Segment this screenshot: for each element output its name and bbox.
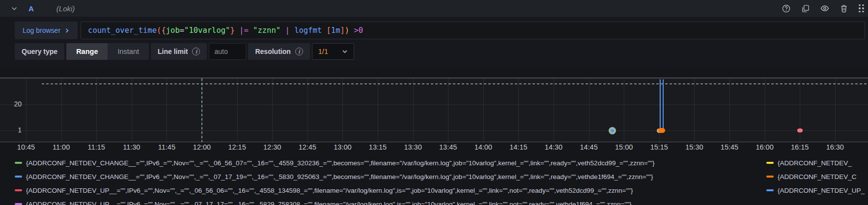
legend-item[interactable]: {ADDRCONF_NETDEV_ xyxy=(778,159,852,167)
x-tick-label: 16:30 xyxy=(819,143,851,151)
x-tick-label: 14:45 xyxy=(573,143,605,151)
query-type-toggle: Range Instant xyxy=(66,43,149,60)
gridline xyxy=(132,78,132,142)
legend-row: {ADDRCONF_NETDEV_UP__="",IPv6_="",Nov=""… xyxy=(0,197,868,205)
threshold-line xyxy=(42,83,868,84)
gridline xyxy=(835,78,836,142)
x-tick-label: 11:15 xyxy=(81,143,112,151)
resolution-select[interactable]: 1/1 xyxy=(312,43,354,60)
x-tick-label: 11:00 xyxy=(46,143,77,151)
gridline xyxy=(61,78,62,142)
series-color-marker xyxy=(15,203,22,205)
info-icon[interactable]: i xyxy=(295,48,303,55)
legend-item[interactable]: {ADDRCONF_NETDEV_CHANGE__="",IPv6_="",No… xyxy=(26,173,653,180)
query-token xyxy=(235,26,239,35)
info-icon[interactable]: i xyxy=(192,48,200,55)
gridline xyxy=(167,78,167,142)
y-tick-label: 20 xyxy=(0,100,22,108)
query-token: job xyxy=(166,26,180,35)
x-tick-label: 14:30 xyxy=(538,143,569,151)
x-tick-label: 11:45 xyxy=(151,143,182,151)
grafana-query-panel: A (Loki) Log browser xyxy=(0,0,868,205)
query-row: Log browser count_over_time({job="10varl… xyxy=(15,22,865,39)
x-tick-label: 16:00 xyxy=(749,143,781,151)
query-token: logfmt xyxy=(294,26,322,35)
legend: {ADDRCONF_NETDEV_CHANGE__="",IPv6_="",No… xyxy=(0,156,868,205)
query-token: >0 xyxy=(354,26,364,35)
x-tick-label: 14:15 xyxy=(503,143,534,151)
plot-area[interactable] xyxy=(0,78,868,142)
series-color-marker xyxy=(15,162,22,164)
query-header: A (Loki) xyxy=(0,0,868,17)
gridline xyxy=(96,78,97,142)
x-tick-label: 12:30 xyxy=(256,143,288,151)
time-series-panel: 10:4511:0011:1511:3011:4512:0012:1512:30… xyxy=(0,69,868,157)
datasource-name: (Loki) xyxy=(56,4,75,13)
copy-icon[interactable] xyxy=(801,4,810,13)
gridline xyxy=(0,130,868,131)
legend-item-right-column: {ADDRCONF_NETDEV_ xyxy=(766,156,852,170)
x-tick-label: 15:45 xyxy=(714,143,745,151)
x-tick-label: 15:15 xyxy=(644,143,675,151)
y-tick-label: 1 xyxy=(0,126,22,134)
gridline xyxy=(342,78,343,142)
log-browser-button[interactable]: Log browser xyxy=(15,22,78,39)
query-type-label: Query type xyxy=(15,43,64,60)
legend-item-right-column: {ADDRCONF_NETDEV_C xyxy=(766,170,857,183)
legend-item[interactable]: {ADDRCONF_NETDEV_UP__="",IPv6_="",Nov=""… xyxy=(26,201,632,205)
legend-item[interactable]: {ADDRCONF_NETDEV_UP_ xyxy=(778,187,865,194)
query-editor-section: Log browser count_over_time({job="10varl… xyxy=(0,17,868,69)
gridline xyxy=(308,78,308,142)
legend-row: {ADDRCONF_NETDEV_CHANGE__="",IPv6_="",No… xyxy=(0,170,868,183)
chevron-down-icon[interactable] xyxy=(11,5,18,12)
query-ref-id: A xyxy=(28,4,34,13)
query-token: } xyxy=(230,26,234,35)
data-point xyxy=(658,128,665,133)
eye-icon[interactable] xyxy=(820,4,829,13)
query-token: | xyxy=(285,26,289,35)
gridline xyxy=(729,78,730,142)
x-tick-label: 13:00 xyxy=(327,143,358,151)
trash-icon[interactable] xyxy=(840,4,848,13)
legend-item[interactable]: {ADDRCONF_NETDEV_UP__="",IPv6_="",Nov=""… xyxy=(26,187,633,194)
logql-query-input[interactable]: count_over_time({job="10varlog"} |= "zzn… xyxy=(81,22,865,39)
range-toggle-option[interactable]: Range xyxy=(66,43,108,60)
gridline xyxy=(624,78,624,142)
query-token: ) xyxy=(345,26,349,35)
help-icon[interactable] xyxy=(782,4,790,13)
series-color-marker xyxy=(766,162,774,164)
resolution-value: 1/1 xyxy=(318,48,328,55)
gridline xyxy=(378,78,378,142)
query-token: "zznn" xyxy=(253,26,280,35)
x-tick-label: 13:45 xyxy=(432,143,464,151)
query-token xyxy=(322,26,326,35)
gridline xyxy=(589,78,589,142)
query-token: ( xyxy=(157,26,161,35)
x-tick-label: 10:45 xyxy=(10,143,42,151)
query-token: "10varlog" xyxy=(184,26,230,35)
x-tick-label: 12:15 xyxy=(222,143,253,151)
series-color-marker xyxy=(15,176,22,178)
line-limit-input[interactable] xyxy=(209,43,246,60)
query-token: = xyxy=(180,26,184,35)
series-color-marker xyxy=(766,189,774,191)
drag-handle-icon[interactable] xyxy=(859,4,864,13)
x-tick-label: 12:00 xyxy=(186,143,218,151)
x-tick-label: 14:00 xyxy=(468,143,499,151)
query-token xyxy=(290,26,294,35)
header-actions xyxy=(782,4,861,13)
query-options-row: Query type Range Instant Line limit i Re… xyxy=(15,43,354,60)
x-tick-label: 12:45 xyxy=(292,143,323,151)
instant-toggle-option[interactable]: Instant xyxy=(108,43,149,60)
chevron-down-icon xyxy=(342,49,348,54)
gridline xyxy=(26,78,27,142)
x-tick-label: 13:30 xyxy=(397,143,429,151)
gridline xyxy=(483,78,484,142)
legend-item[interactable]: {ADDRCONF_NETDEV_C xyxy=(778,173,857,180)
legend-item-right-column: {ADDRCONF_NETDEV_UP_ xyxy=(766,183,865,197)
query-token: { xyxy=(161,26,166,35)
legend-item[interactable]: {ADDRCONF_NETDEV_CHANGE__="",IPv6_="",No… xyxy=(26,159,655,167)
gridline xyxy=(413,78,414,142)
query-token: [ xyxy=(326,26,331,35)
chevron-right-icon xyxy=(64,28,70,33)
